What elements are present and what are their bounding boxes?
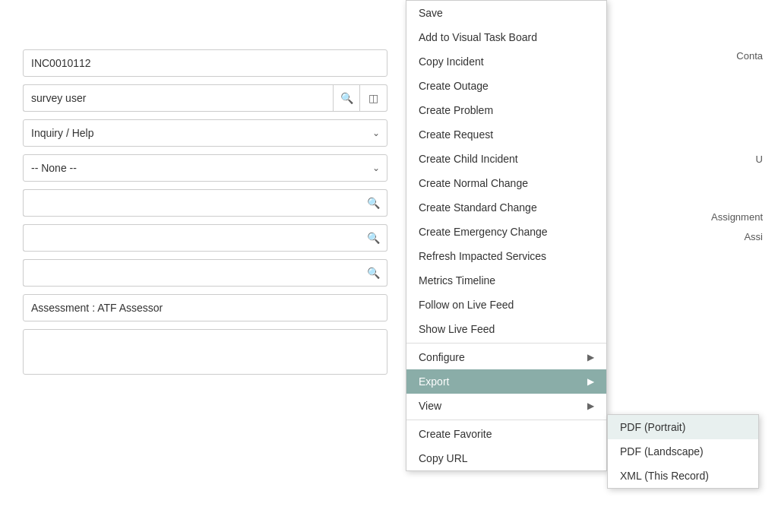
u-label: U	[756, 154, 763, 165]
menu-item-copy-incident[interactable]: Copy Incident	[406, 49, 606, 74]
submenu-arrow-icon: ▶	[587, 376, 594, 387]
submenu-item-pdf-landscape[interactable]: PDF (Landscape)	[608, 439, 758, 464]
menu-item-label: Follow on Live Feed	[419, 299, 514, 311]
search-input-1[interactable]	[23, 189, 360, 217]
export-submenu: PDF (Portrait)PDF (Landscape)XML (This R…	[607, 414, 759, 489]
menu-divider-17	[406, 420, 606, 420]
menu-item-label: Create Child Incident	[419, 153, 518, 165]
menu-item-create-outage[interactable]: Create Outage	[406, 74, 606, 98]
description-field	[23, 329, 387, 377]
menu-item-metrics-timeline[interactable]: Metrics Timeline	[406, 268, 606, 293]
submenu-item-pdf-portrait[interactable]: PDF (Portrait)	[608, 415, 758, 439]
menu-item-export[interactable]: Export▶	[406, 369, 606, 394]
menu-item-create-problem[interactable]: Create Problem	[406, 98, 606, 122]
context-menu: SaveAdd to Visual Task BoardCopy Inciden…	[406, 0, 607, 471]
search-icon-2[interactable]: 🔍	[360, 224, 387, 252]
menu-item-refresh-impacted-services[interactable]: Refresh Impacted Services	[406, 244, 606, 268]
menu-item-show-live-feed[interactable]: Show Live Feed	[406, 317, 606, 341]
description-textarea[interactable]	[23, 329, 387, 375]
menu-item-create-normal-change[interactable]: Create Normal Change	[406, 171, 606, 195]
menu-item-label: Create Favorite	[419, 428, 492, 440]
search-input-2[interactable]	[23, 224, 360, 252]
menu-item-save[interactable]: Save	[406, 1, 606, 25]
menu-item-label: Metrics Timeline	[419, 274, 495, 287]
caller-qr-icon[interactable]: ◫	[360, 84, 387, 112]
menu-item-label: Configure	[419, 351, 465, 363]
search-field-3: 🔍	[23, 259, 387, 287]
menu-item-label: Save	[419, 7, 443, 19]
menu-item-label: Create Emergency Change	[419, 226, 548, 238]
menu-item-label: Create Request	[419, 128, 493, 141]
category-field: Inquiry / Help ⌄	[23, 119, 387, 147]
submenu-item-xml-this-record[interactable]: XML (This Record)	[608, 464, 758, 488]
menu-item-create-child-incident[interactable]: Create Child Incident	[406, 147, 606, 171]
menu-item-label: Show Live Feed	[419, 323, 495, 335]
caller-input[interactable]	[23, 84, 333, 112]
search-icon-1[interactable]: 🔍	[360, 189, 387, 217]
assessment-label: Assessment : ATF Assessor	[23, 294, 387, 321]
menu-item-create-emergency-change[interactable]: Create Emergency Change	[406, 220, 606, 244]
form-area: 🔍 ◫ Inquiry / Help ⌄ -- None -- ⌄	[0, 34, 410, 400]
assessment-field: Assessment : ATF Assessor	[23, 294, 387, 321]
search-field-1: 🔍	[23, 189, 387, 217]
search-input-3[interactable]	[23, 259, 360, 287]
menu-item-configure[interactable]: Configure▶	[406, 345, 606, 369]
menu-item-follow-on-live-feed[interactable]: Follow on Live Feed	[406, 293, 606, 317]
menu-item-label: Create Problem	[419, 104, 493, 116]
caller-search-icon[interactable]: 🔍	[333, 84, 360, 112]
submenu-arrow-icon: ▶	[587, 401, 594, 411]
menu-divider-14	[406, 343, 606, 344]
category-select[interactable]: Inquiry / Help	[23, 119, 387, 147]
search-icon-3[interactable]: 🔍	[360, 259, 387, 287]
menu-item-label: View	[419, 400, 441, 412]
menu-item-label: Export	[419, 375, 449, 388]
assignment-label: Assignment	[711, 211, 763, 223]
menu-item-label: Create Standard Change	[419, 201, 537, 214]
menu-item-label: Copy URL	[419, 452, 468, 464]
menu-item-add-to-visual-task-board[interactable]: Add to Visual Task Board	[406, 25, 606, 49]
menu-item-create-request[interactable]: Create Request	[406, 122, 606, 147]
incident-number-input[interactable]	[23, 49, 387, 77]
menu-item-create-favorite[interactable]: Create Favorite	[406, 422, 606, 446]
subcategory-select[interactable]: -- None --	[23, 154, 387, 182]
menu-item-label: Copy Incident	[419, 55, 484, 68]
menu-item-copy-url[interactable]: Copy URL	[406, 446, 606, 470]
menu-item-label: Add to Visual Task Board	[419, 31, 537, 43]
menu-item-label: Refresh Impacted Services	[419, 250, 546, 262]
menu-item-create-standard-change[interactable]: Create Standard Change	[406, 195, 606, 220]
subcategory-field: -- None -- ⌄	[23, 154, 387, 182]
incident-number-field	[23, 49, 387, 77]
search-field-2: 🔍	[23, 224, 387, 252]
assign-label: Assi	[744, 231, 763, 242]
caller-field: 🔍 ◫	[23, 84, 387, 112]
submenu-arrow-icon: ▶	[587, 352, 594, 363]
contact-label: Conta	[736, 50, 763, 62]
menu-item-view[interactable]: View▶	[406, 394, 606, 418]
menu-item-label: Create Outage	[419, 80, 489, 92]
menu-item-label: Create Normal Change	[419, 177, 528, 189]
